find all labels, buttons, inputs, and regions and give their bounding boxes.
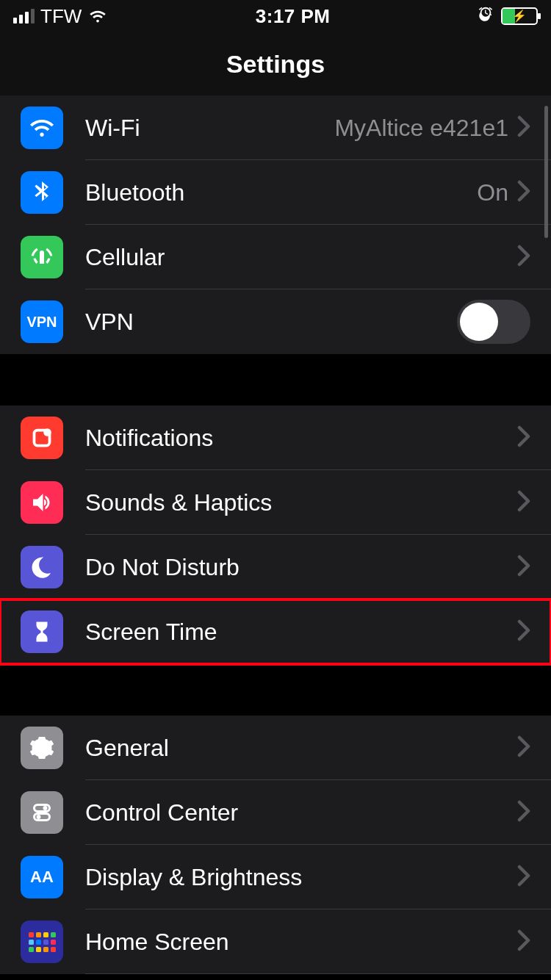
chevron-right-icon — [517, 865, 530, 890]
settings-row-controlcenter[interactable]: Control Center — [0, 780, 551, 845]
battery-icon: ⚡ — [501, 7, 538, 25]
settings-row-wifi[interactable]: Wi-Fi MyAltice e421e1 — [0, 96, 551, 160]
row-label: Bluetooth — [85, 179, 477, 206]
row-label: Control Center — [85, 799, 517, 826]
moon-icon — [21, 546, 63, 588]
scroll-indicator[interactable] — [544, 106, 548, 238]
wifi-icon — [87, 5, 108, 28]
gear-icon — [21, 727, 63, 769]
home-screen-icon — [21, 920, 63, 963]
display-icon: AA — [21, 856, 63, 898]
settings-row-homescreen[interactable]: Home Screen — [0, 909, 551, 974]
chevron-right-icon — [517, 115, 530, 140]
settings-row-general[interactable]: General — [0, 716, 551, 780]
row-label: Display & Brightness — [85, 864, 517, 891]
status-left: TFW — [13, 5, 108, 28]
vpn-toggle[interactable] — [457, 300, 530, 344]
display-icon-text: AA — [30, 868, 54, 887]
settings-row-notifications[interactable]: Notifications — [0, 406, 551, 470]
settings-row-vpn[interactable]: VPN VPN — [0, 289, 551, 354]
row-label: Notifications — [85, 425, 517, 452]
alarm-icon — [478, 6, 494, 26]
chevron-right-icon — [517, 929, 530, 954]
chevron-right-icon — [517, 245, 530, 270]
status-right: ⚡ — [478, 6, 538, 26]
svg-point-3 — [43, 806, 48, 810]
status-bar: TFW 3:17 PM ⚡ — [0, 0, 551, 32]
settings-row-display[interactable]: AA Display & Brightness — [0, 845, 551, 909]
chevron-right-icon — [517, 800, 530, 825]
settings-row-screentime[interactable]: Screen Time — [0, 599, 551, 664]
settings-row-cellular[interactable]: Cellular — [0, 225, 551, 289]
control-center-icon — [21, 791, 63, 834]
signal-icon — [13, 9, 35, 24]
hourglass-icon — [21, 610, 63, 653]
wifi-icon — [21, 107, 63, 149]
row-label: Screen Time — [85, 619, 517, 646]
sounds-icon — [21, 481, 63, 524]
chevron-right-icon — [517, 555, 530, 580]
row-value: MyAltice e421e1 — [334, 115, 508, 142]
row-value: On — [477, 179, 508, 206]
settings-group-general: General Control Center AA Display & Brig… — [0, 716, 551, 974]
chevron-right-icon — [517, 425, 530, 450]
carrier-label: TFW — [40, 5, 82, 28]
page-title: Settings — [0, 32, 551, 96]
chevron-right-icon — [517, 735, 530, 760]
row-label: Cellular — [85, 244, 517, 271]
svg-point-1 — [43, 428, 51, 436]
cellular-icon — [21, 236, 63, 278]
settings-group-connectivity: Wi-Fi MyAltice e421e1 Bluetooth On Cellu… — [0, 96, 551, 354]
row-label: General — [85, 735, 517, 762]
row-label: Sounds & Haptics — [85, 489, 517, 516]
row-label: Do Not Disturb — [85, 554, 517, 581]
chevron-right-icon — [517, 619, 530, 644]
status-time: 3:17 PM — [256, 5, 331, 28]
settings-row-sounds[interactable]: Sounds & Haptics — [0, 470, 551, 535]
chevron-right-icon — [517, 490, 530, 515]
chevron-right-icon — [517, 180, 530, 205]
row-label: VPN — [85, 309, 457, 336]
vpn-icon: VPN — [21, 300, 63, 343]
bluetooth-icon — [21, 171, 63, 214]
settings-row-bluetooth[interactable]: Bluetooth On — [0, 160, 551, 225]
row-label: Home Screen — [85, 929, 517, 956]
notifications-icon — [21, 417, 63, 459]
svg-point-5 — [37, 815, 41, 819]
row-label: Wi-Fi — [85, 115, 334, 142]
settings-group-notifications: Notifications Sounds & Haptics Do Not Di… — [0, 406, 551, 664]
vpn-icon-text: VPN — [26, 314, 57, 331]
settings-list[interactable]: Wi-Fi MyAltice e421e1 Bluetooth On Cellu… — [0, 96, 551, 980]
settings-row-dnd[interactable]: Do Not Disturb — [0, 535, 551, 599]
